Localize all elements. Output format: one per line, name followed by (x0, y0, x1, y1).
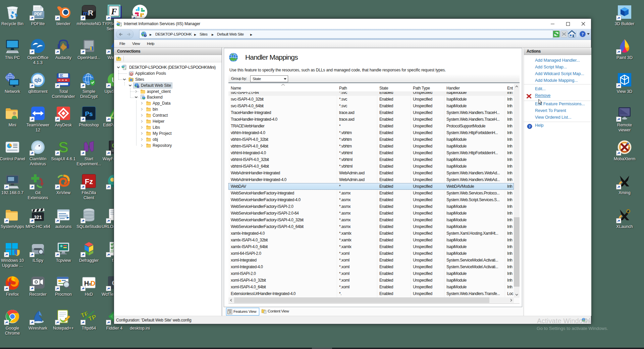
svg-text:?: ? (529, 124, 531, 128)
svg-text:PDF: PDF (34, 12, 42, 16)
svg-text:qb: qb (35, 77, 42, 83)
svg-text:?: ? (582, 32, 584, 37)
svg-text:Fz: Fz (85, 177, 93, 186)
svg-text:D: D (91, 280, 95, 287)
svg-text:Ps: Ps (85, 110, 93, 117)
svg-text:R: R (88, 9, 93, 17)
svg-text:F: F (111, 7, 117, 16)
svg-text:321: 321 (34, 215, 42, 220)
svg-text:?: ? (138, 85, 139, 88)
svg-text:?: ? (145, 34, 146, 37)
